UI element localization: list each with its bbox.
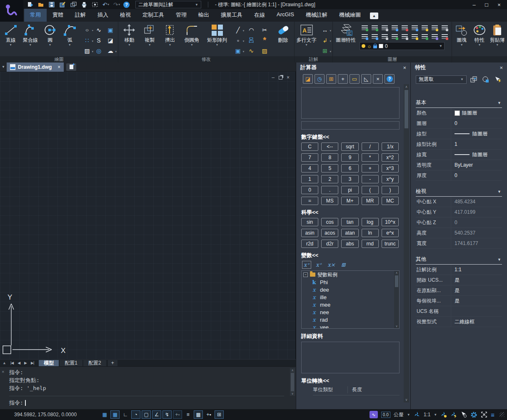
calc-sci-key[interactable]: ln	[362, 229, 379, 237]
numpad-section-header[interactable]: 數字鍵盤<<	[301, 133, 410, 141]
calc-sci-key[interactable]: rnd	[362, 240, 379, 248]
revision-cloud-icon[interactable]: ☁	[105, 45, 116, 56]
app-logo[interactable]	[0, 0, 23, 22]
expand-command-history-icon[interactable]: ▲	[2, 361, 6, 365]
variables-scrollbar[interactable]: ∧∨	[394, 271, 399, 328]
get-coordinates-icon[interactable]: +	[338, 74, 348, 84]
donut-icon[interactable]: ◎	[93, 45, 105, 56]
variables-folder-row[interactable]: − 變數範例	[302, 271, 399, 278]
polar-tracking-toggle[interactable]: ◔	[131, 410, 140, 419]
break-icon[interactable]: ✂	[259, 25, 270, 35]
calc-key[interactable]: x^y	[382, 175, 399, 183]
spline-cv-icon[interactable]: S	[93, 35, 105, 45]
open-icon[interactable]	[37, 1, 45, 8]
ortho-toggle[interactable]: ∟	[121, 410, 130, 419]
maximize-button[interactable]: □	[480, 0, 493, 9]
clean-screen-icon[interactable]	[91, 1, 99, 8]
calc-key[interactable]: C	[301, 142, 318, 151]
calc-sci-key[interactable]: r2d	[301, 240, 318, 248]
draw-order-icon[interactable]: ▣	[232, 45, 244, 56]
prop-width[interactable]: 寬度 1741.6177	[416, 238, 502, 249]
nee[interactable]: x nee	[302, 308, 399, 316]
layer-match-icon[interactable]	[360, 32, 370, 41]
layer-dropdown[interactable]: ☼ 0 ▼	[360, 42, 445, 50]
calc-key[interactable]: 4	[301, 164, 318, 172]
calc-sci-key[interactable]: acos	[321, 229, 338, 237]
units-dropdown-icon[interactable]: ▼	[407, 413, 410, 417]
prop-ucs-origin[interactable]: 在原點顯... 是	[416, 285, 502, 296]
layer-thaw-icon[interactable]	[390, 23, 400, 32]
calc-key[interactable]: sqrt	[341, 142, 358, 151]
tab-mech-annotation[interactable]: 機械註解	[300, 9, 333, 22]
section-collapse-icon[interactable]: ▼	[497, 190, 501, 194]
calc-key[interactable]: -	[362, 175, 379, 183]
line-button[interactable]: 直線▾	[1, 23, 20, 47]
panel-label-draw[interactable]: 繪圖	[0, 56, 118, 62]
section-collapse-icon[interactable]: ▼	[497, 258, 501, 262]
variables-tree[interactable]: − 變數範例 k Phi x dee x ille x mee x nee x …	[301, 270, 400, 329]
prop-layer[interactable]: 圖層 0	[416, 118, 502, 129]
variables-section-header[interactable]: 變數<<	[301, 252, 410, 259]
resize-grip[interactable]	[500, 412, 505, 417]
fullscreen-icon[interactable]	[481, 411, 487, 418]
scroll-up-icon[interactable]: ∧	[405, 85, 408, 89]
selection-cycling-toggle[interactable]: +▪	[204, 410, 213, 419]
help-icon[interactable]: ?	[123, 2, 130, 8]
calc-key[interactable]: MS	[321, 197, 338, 205]
redo-icon[interactable]: ↷▾	[112, 1, 121, 8]
last-layout-icon[interactable]: ▶|	[29, 361, 35, 365]
multiple-points-icon[interactable]: ∷	[81, 35, 93, 45]
layer-unlock-icon[interactable]	[410, 23, 420, 32]
section-basic[interactable]: 基本▼	[416, 98, 502, 108]
calc-sci-key[interactable]: e^x	[382, 229, 399, 237]
section-view[interactable]: 檢視▼	[416, 187, 502, 197]
polyline-button[interactable]: 聚合線▾	[20, 23, 40, 47]
section-other[interactable]: 其他▼	[416, 255, 502, 265]
layer-isolate-icon[interactable]	[420, 23, 430, 32]
save-as-icon[interactable]	[58, 1, 67, 8]
scientific-section-header[interactable]: 科學<<	[301, 209, 410, 216]
object-snap-tracking-toggle[interactable]: ↯	[162, 410, 172, 419]
leader-icon[interactable]: ↲	[319, 35, 331, 45]
prop-lineweight[interactable]: 線寬 隨圖層	[416, 150, 502, 160]
clear-icon[interactable]: ◪	[303, 74, 313, 84]
plot-preview-icon[interactable]	[69, 1, 77, 8]
tab-arcgis[interactable]: ArcGIS	[271, 9, 300, 22]
prop-linetype-scale[interactable]: 線型比例 1	[416, 139, 502, 150]
move-button[interactable]: 移動▾	[119, 23, 140, 47]
prop-center-z[interactable]: 中心點 Z 0	[416, 218, 502, 228]
save-icon[interactable]	[47, 1, 56, 8]
prop-linetype[interactable]: 線型 隨圖層	[416, 129, 502, 139]
scale-dropdown-icon[interactable]: ▼	[434, 413, 437, 417]
panel-label-modify[interactable]: 修改	[118, 56, 294, 62]
calc-key[interactable]: 5	[321, 164, 338, 172]
calc-key[interactable]: pi	[341, 186, 358, 194]
close-button[interactable]: ×	[493, 0, 505, 9]
scroll-down-icon[interactable]: ∨	[405, 398, 408, 402]
isometric-draft-toggle[interactable]: ∠	[152, 410, 161, 419]
undo-icon[interactable]: ↶▾	[102, 1, 110, 8]
tab-home[interactable]: 常用	[24, 9, 47, 22]
command-history[interactable]: 指令:指定對角點:指令: '_help	[9, 368, 289, 396]
intersection-icon[interactable]: ×	[373, 74, 383, 84]
extend-icon[interactable]: ▫	[232, 35, 244, 45]
tab-insert[interactable]: 插入	[92, 9, 114, 22]
prop-color[interactable]: 顏色 隨圖層	[416, 108, 502, 118]
properties-button[interactable]: 特性▾	[471, 23, 489, 47]
calc-key[interactable]: )	[382, 186, 399, 194]
calc-help-icon[interactable]: ?	[385, 74, 395, 84]
selection-dropdown[interactable]: 無選取 ▼	[416, 75, 467, 84]
calc-sci-key[interactable]: sin	[301, 218, 318, 226]
ribbon-collapse-button[interactable]: ▲	[370, 12, 378, 19]
prop-center-x[interactable]: 中心點 X 485.4234	[416, 197, 502, 207]
rect-array-button[interactable]: 矩形陣列▾	[204, 23, 230, 47]
region-icon[interactable]: ▣	[105, 25, 116, 35]
prop-thickness[interactable]: 厚度 0	[416, 170, 502, 181]
stretch-button[interactable]: 擠出▾	[160, 23, 180, 47]
previous-layout-icon[interactable]: ◀	[16, 361, 22, 365]
copy-button[interactable]: 複製▾	[140, 23, 160, 47]
prop-transparency[interactable]: 透明度 ByLayer	[416, 160, 502, 170]
clear-history-icon[interactable]: ◷	[315, 74, 325, 84]
erase-button[interactable]: 刪除	[273, 23, 293, 43]
calc-key[interactable]: 1/x	[382, 142, 399, 151]
